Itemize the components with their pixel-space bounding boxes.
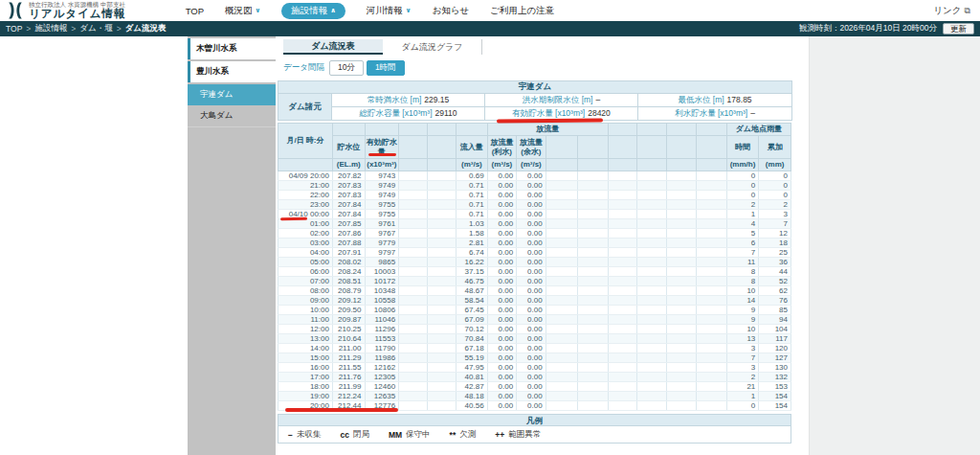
cell-value <box>578 219 609 229</box>
cell-value: 48.18 <box>457 392 488 401</box>
cell-value <box>697 392 727 401</box>
cell-value <box>578 239 609 248</box>
cell-value: 0 <box>726 171 759 181</box>
nav-item-facility-info[interactable]: 施設情報∧ <box>281 3 345 19</box>
cell-value <box>427 171 457 181</box>
table-row: 04:00207.9197976.740.000.00725 <box>278 248 791 258</box>
sidebar-item-ure-dam[interactable]: 宇連ダム <box>188 84 276 105</box>
cell-value <box>578 286 609 296</box>
cell-value <box>637 210 667 219</box>
cell-value <box>666 258 697 267</box>
cell-value <box>666 219 697 229</box>
empty-header-cell <box>637 159 667 171</box>
cell-value <box>666 286 697 296</box>
sidebar-item-kiso-river-system[interactable]: 木曽川水系 <box>188 38 276 59</box>
tab-dam-flow-table[interactable]: ダム流況表 <box>283 39 383 55</box>
crumb-facility-info[interactable]: 施設情報 <box>34 23 67 34</box>
cell-value <box>546 171 578 181</box>
cell-datetime: 15:00 <box>278 353 333 363</box>
cell-value: 0.00 <box>517 248 546 258</box>
group-header-dam-rainfall: ダム地点雨量 <box>726 124 791 136</box>
nav-item-usage-notes[interactable]: ご利用上の注意 <box>490 5 554 17</box>
cell-value: 209.50 <box>332 306 365 315</box>
cell-value <box>666 373 697 382</box>
cell-value <box>608 401 637 411</box>
cell-value: 211.29 <box>332 353 365 363</box>
cell-value <box>399 200 427 210</box>
empty-header-cell <box>608 136 637 159</box>
links-menu[interactable]: リンク ⧉ <box>933 5 970 17</box>
cell-value: 0.00 <box>517 258 546 267</box>
cell-value: 0.00 <box>517 296 546 306</box>
facility-sidebar: 木曽川水系豊川水系宇連ダム大島ダム <box>188 36 276 455</box>
empty-header-cell <box>666 136 697 159</box>
crumb-top[interactable]: TOP <box>6 24 22 34</box>
cell-value <box>427 258 457 267</box>
update-button[interactable]: 更新 <box>943 23 974 34</box>
cell-value: 0.71 <box>457 181 488 191</box>
cell-value: 94 <box>759 315 791 325</box>
cell-value: 16.22 <box>457 258 488 267</box>
cell-value: 0.00 <box>487 286 517 296</box>
cell-value <box>546 239 578 248</box>
cell-value: 9 <box>726 315 759 325</box>
brand[interactable]: 独立行政法人 水資源機構 中部支社 リアルタイム情報 <box>6 1 126 20</box>
spec-name: 総貯水容量 [x10³m³] <box>359 108 432 118</box>
cell-value: 12305 <box>365 373 399 382</box>
cell-value <box>546 334 578 344</box>
cell-value: 0.00 <box>487 171 517 181</box>
nav-item-news[interactable]: お知らせ <box>433 5 470 17</box>
legend-label: 保守中 <box>406 429 431 441</box>
nav-item-overview-map[interactable]: 概況図∨ <box>225 5 260 17</box>
spec-pair: 洪水期制限水位 [m]– <box>523 95 600 104</box>
cell-value <box>666 363 697 373</box>
table-row: 18:00211.991246042.870.000.0021153 <box>278 382 791 392</box>
chevron-down-icon: ∨ <box>255 7 260 14</box>
cell-value: 9 <box>726 306 759 315</box>
interval-button-1hour[interactable]: 1時間 <box>367 60 405 76</box>
crumb-dam-weir[interactable]: ダム・堰 <box>79 23 112 34</box>
empty-header-cell <box>365 124 399 136</box>
empty-header-cell <box>637 136 667 159</box>
external-link-icon: ⧉ <box>965 6 970 16</box>
cell-value <box>546 200 578 210</box>
cell-value: 0 <box>759 181 791 191</box>
cell-value <box>546 210 578 219</box>
interval-buttons: 10分1時間 <box>329 60 405 76</box>
cell-value <box>546 373 578 382</box>
cell-value <box>697 286 727 296</box>
nav-item-top[interactable]: TOP <box>186 6 204 16</box>
tab-dam-flow-graph[interactable]: ダム流況グラフ <box>383 39 482 55</box>
cell-datetime: 05:00 <box>278 258 333 267</box>
cell-value: 0.00 <box>517 267 546 277</box>
interval-button-10min[interactable]: 10分 <box>329 60 364 76</box>
cell-value <box>637 401 667 411</box>
cell-value: 70.84 <box>457 334 488 344</box>
cell-value: 211.99 <box>332 382 365 392</box>
cell-value: 0.71 <box>457 210 488 219</box>
nav-item-river-info[interactable]: 河川情報∨ <box>367 5 412 17</box>
cell-value: 207.83 <box>332 191 365 200</box>
sidebar-item-toyo-river-system[interactable]: 豊川水系 <box>188 61 276 82</box>
cell-value <box>637 353 667 363</box>
table-row: 07:00208.511017246.750.000.00852 <box>278 277 791 286</box>
sidebar-item-oshima-dam[interactable]: 大島ダム <box>188 105 276 127</box>
table-row: 20:00212.441277640.560.000.000154 <box>278 401 791 411</box>
spec-name: 常時満水位 [m] <box>368 95 422 104</box>
cell-value: 210.64 <box>332 334 365 344</box>
cell-value <box>697 171 727 181</box>
cell-value <box>666 267 697 277</box>
cell-value <box>608 325 637 334</box>
legend-item: −未収集 <box>288 429 321 441</box>
spec-name: 最低水位 [m] <box>678 95 724 104</box>
table-row: 06:00208.241000337.150.000.00844 <box>278 267 791 277</box>
cell-value <box>546 306 578 315</box>
cell-value: 0.00 <box>517 344 546 353</box>
cell-value: 10 <box>726 325 759 334</box>
cell-value <box>399 267 427 277</box>
cell-value <box>427 315 457 325</box>
cell-value <box>546 401 578 411</box>
cell-value: 208.79 <box>332 286 365 296</box>
cell-value: 0.00 <box>517 392 546 401</box>
cell-value: 11046 <box>365 315 399 325</box>
